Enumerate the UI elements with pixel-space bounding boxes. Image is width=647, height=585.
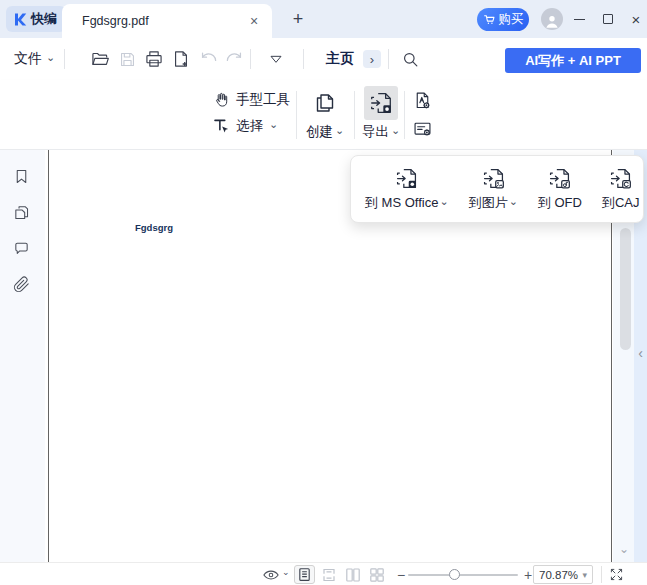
chevron-down-icon: ⌄ — [282, 568, 290, 577]
ribbon-toolbar: 手型工具 选择 ⌄ 创建 ⌄ 导出 ⌄ — [0, 80, 647, 150]
export-to-image[interactable]: 到图片 ⌄ — [469, 166, 518, 212]
toolbar-collapse-icon[interactable] — [264, 47, 288, 71]
scrollbar-thumb[interactable] — [620, 228, 631, 350]
hand-tool-label: 手型工具 — [236, 91, 290, 109]
facing-continuous-view-button[interactable] — [369, 563, 385, 585]
nav-forward-button[interactable]: › — [363, 50, 381, 68]
export-office-label: 到 MS Office — [365, 194, 438, 212]
window-minimize-button[interactable] — [567, 8, 591, 30]
chevron-down-icon: ⌄ — [509, 196, 518, 207]
file-menu[interactable]: 文件 ⌄ — [14, 38, 55, 80]
maximize-icon — [603, 14, 613, 24]
create-button[interactable]: 创建 ⌄ — [300, 86, 350, 141]
new-tab-button[interactable]: + — [288, 9, 308, 29]
cart-icon — [483, 13, 496, 26]
export-button[interactable]: 导出 ⌄ — [358, 86, 404, 141]
hand-tool-button[interactable]: 手型工具 — [212, 91, 290, 109]
zoom-slider[interactable] — [408, 574, 518, 576]
divider — [296, 91, 297, 139]
attachments-panel-button[interactable] — [11, 274, 31, 294]
app-name: 快编 — [31, 10, 57, 28]
ai-writing-ppt-button[interactable]: AI写作 + AI PPT — [505, 48, 641, 73]
form-settings-button[interactable] — [410, 116, 434, 140]
page-text[interactable]: Fgdsgrg — [135, 222, 173, 233]
chevron-down-icon: ⌄ — [335, 125, 344, 136]
scroll-down-icon[interactable]: ⌄ — [617, 542, 631, 556]
create-pages-icon — [308, 86, 342, 120]
file-menu-label: 文件 — [14, 50, 42, 68]
menubar: 文件 ⌄ 主页 › AI写作 + AI — [0, 38, 647, 80]
app-logo[interactable]: 快编 — [6, 6, 66, 32]
window-close-button[interactable]: × — [624, 8, 647, 30]
chevron-down-icon: ⌄ — [391, 125, 400, 136]
export-ofd-icon — [547, 166, 572, 191]
export-dropdown-menu: 到 MS Office ⌄ 到图片 ⌄ 到 OFD — [350, 155, 644, 223]
export-to-ofd[interactable]: 到 OFD — [538, 166, 582, 212]
export-ofd-label: 到 OFD — [538, 194, 582, 212]
divider — [303, 49, 304, 69]
select-tool-button[interactable]: 选择 ⌄ — [212, 117, 278, 135]
fullscreen-button[interactable] — [608, 563, 625, 585]
zoom-level-value: 70.87% — [539, 569, 578, 581]
caret-down-icon: ▾ — [582, 570, 587, 580]
select-tool-label: 选择 — [236, 117, 263, 135]
right-panel-toggle[interactable]: ‹ — [634, 342, 647, 364]
divider — [64, 49, 65, 69]
create-label: 创建 — [306, 123, 333, 141]
eye-icon — [262, 566, 280, 584]
export-caj-icon — [608, 166, 633, 191]
export-icon — [364, 86, 398, 120]
continuous-view-button[interactable] — [321, 563, 337, 585]
titlebar: 快编 Fgdsgrg.pdf × + 购买 × — [0, 0, 647, 38]
view-options-button[interactable]: ⌄ — [262, 563, 290, 585]
statusbar: ⌄ − + 70.87% ▾ — [0, 562, 647, 585]
export-image-label: 到图片 — [469, 194, 508, 212]
export-caj-label: 到CAJ — [602, 194, 640, 212]
user-avatar[interactable] — [541, 8, 563, 30]
export-label: 导出 — [362, 123, 389, 141]
export-to-caj[interactable]: 到CAJ — [602, 166, 640, 212]
print-button[interactable] — [142, 47, 166, 71]
divider — [388, 49, 389, 69]
undo-button[interactable] — [196, 47, 220, 71]
app-logo-icon — [12, 12, 27, 27]
tab-home[interactable]: 主页 — [326, 38, 354, 80]
minimize-icon — [574, 19, 585, 20]
document-tab-title: Fgdsgrg.pdf — [82, 14, 246, 28]
zoom-level-select[interactable]: 70.87% ▾ — [533, 565, 593, 584]
chevron-down-icon: ⌄ — [46, 52, 55, 63]
export-office-icon — [394, 166, 419, 191]
tab-close-icon[interactable]: × — [246, 13, 262, 29]
buy-button[interactable]: 购买 — [477, 8, 529, 31]
export-image-icon — [481, 166, 506, 191]
window-maximize-button[interactable] — [596, 8, 620, 30]
chevron-down-icon: ⌄ — [269, 119, 278, 130]
open-file-button[interactable] — [88, 47, 112, 71]
divider — [250, 49, 251, 69]
comments-panel-button[interactable] — [11, 238, 31, 258]
divider — [601, 566, 602, 583]
redo-button[interactable] — [222, 47, 246, 71]
document-tab[interactable]: Fgdsgrg.pdf × — [62, 4, 272, 38]
zoom-out-button[interactable]: − — [394, 563, 408, 585]
single-page-view-button[interactable] — [294, 565, 315, 584]
text-select-icon — [212, 117, 230, 135]
hand-icon — [212, 91, 230, 109]
left-sidebar — [0, 150, 45, 562]
chevron-down-icon: ⌄ — [439, 196, 448, 207]
new-page-button[interactable] — [169, 47, 193, 71]
divider — [354, 91, 355, 139]
ocr-settings-button[interactable] — [410, 88, 434, 112]
pdf-editor-window: 快编 Fgdsgrg.pdf × + 购买 × 文件 ⌄ — [0, 0, 647, 585]
save-button[interactable] — [115, 47, 139, 71]
pages-panel-button[interactable] — [11, 202, 31, 222]
buy-button-label: 购买 — [499, 11, 524, 28]
bookmarks-panel-button[interactable] — [11, 166, 31, 186]
divider — [404, 91, 405, 139]
export-to-ms-office[interactable]: 到 MS Office ⌄ — [365, 166, 449, 212]
zoom-slider-handle[interactable] — [449, 569, 460, 580]
facing-view-button[interactable] — [345, 563, 361, 585]
search-icon[interactable] — [398, 47, 422, 71]
